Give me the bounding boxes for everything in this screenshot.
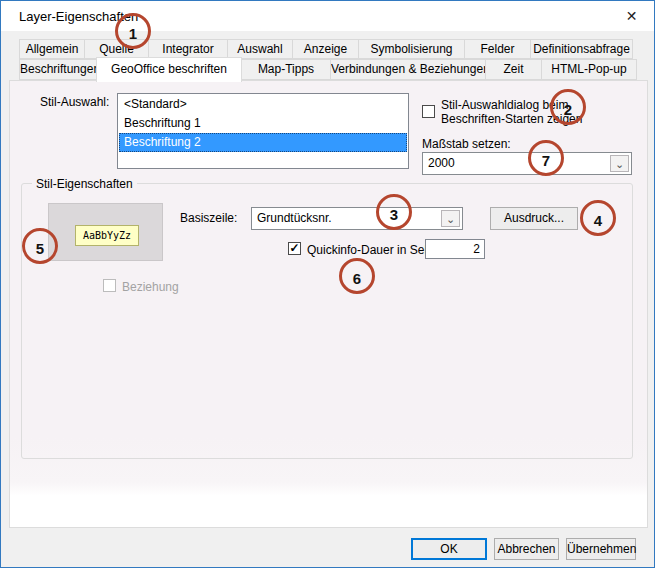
expression-button[interactable]: Ausdruck... (490, 207, 578, 230)
beziehung-checkbox-label: Beziehung (122, 280, 179, 294)
tab-html-pop-up[interactable]: HTML-Pop-up (541, 59, 637, 80)
style-dialog-checkbox[interactable] (422, 105, 435, 118)
style-select-listbox[interactable]: <Standard> Beschriftung 1 Beschriftung 2 (117, 93, 409, 169)
tab-definitionsabfrage[interactable]: Definitionsabfrage (530, 39, 633, 59)
annotation-circle-2: 2 (550, 89, 586, 125)
tab-zeit[interactable]: Zeit (485, 59, 542, 80)
scale-combobox[interactable]: 2000 ⌄ (422, 152, 632, 175)
annotation-circle-4: 4 (580, 200, 616, 236)
tab-allgemein[interactable]: Allgemein (19, 39, 85, 59)
style-properties-title: Stil-Eigenschaften (32, 177, 137, 191)
tab-anzeige[interactable]: Anzeige (292, 39, 359, 59)
style-properties-group: Stil-Eigenschaften AaBbYyZz Basiszeile: … (21, 183, 633, 459)
titlebar: Layer-Eigenschaften ✕ (1, 1, 654, 31)
tab-beschriftungen[interactable]: Beschriftungen (19, 59, 97, 80)
scale-value: 2000 (428, 156, 455, 170)
check-icon: ✓ (289, 241, 299, 255)
ok-button[interactable]: OK (411, 538, 487, 560)
chevron-down-icon: ⌄ (446, 214, 455, 224)
tab-geooffice-beschriften[interactable]: GeoOffice beschriften (96, 57, 242, 82)
close-button[interactable]: ✕ (609, 1, 654, 30)
tab-symbolisierung[interactable]: Symbolisierung (358, 39, 465, 59)
list-item-standard[interactable]: <Standard> (119, 95, 407, 114)
annotation-circle-6: 6 (339, 258, 375, 294)
quickinfo-duration-field[interactable]: 2 (425, 239, 485, 259)
basiszeile-label: Basiszeile: (180, 211, 237, 225)
tab-felder[interactable]: Felder (464, 39, 531, 59)
tab-row-2: Beschriftungen GeoOffice beschriften Map… (19, 59, 637, 82)
quickinfo-checkbox[interactable]: ✓ (288, 242, 301, 255)
tab-integrator[interactable]: Integrator (148, 39, 228, 59)
chevron-down-icon: ⌄ (615, 159, 624, 169)
tab-verbindungen-beziehungen[interactable]: Verbindungen & Beziehungen (330, 59, 486, 80)
cancel-button[interactable]: Abbrechen (494, 538, 559, 560)
apply-button[interactable]: Übernehmen (566, 538, 636, 560)
basiszeile-value: Grundtücksnr. (257, 211, 332, 225)
annotation-circle-7: 7 (528, 140, 564, 176)
basiszeile-dropdown-button[interactable]: ⌄ (441, 210, 460, 227)
label-preview-sample: AaBbYyZz (75, 225, 139, 246)
label-preview-box: AaBbYyZz (48, 203, 163, 261)
annotation-circle-5: 5 (22, 228, 58, 264)
list-item-beschriftung-2[interactable]: Beschriftung 2 (119, 133, 407, 152)
style-select-label: Stil-Auswahl: (40, 95, 109, 109)
scale-dropdown-button[interactable]: ⌄ (610, 155, 629, 172)
annotation-circle-1: 1 (115, 13, 151, 49)
close-icon: ✕ (626, 8, 638, 24)
tab-row-1: Allgemein Quelle Integrator Auswahl Anze… (19, 39, 633, 59)
beziehung-checkbox[interactable] (103, 279, 116, 292)
layer-properties-dialog: Layer-Eigenschaften ✕ Allgemein Quelle I… (0, 0, 655, 568)
annotation-circle-3: 3 (376, 194, 412, 230)
tab-map-tipps[interactable]: Map-Tipps (241, 59, 331, 80)
tab-auswahl[interactable]: Auswahl (227, 39, 293, 59)
basiszeile-combobox[interactable]: Grundtücksnr. ⌄ (251, 207, 463, 230)
scale-label: Maßstab setzen: (422, 137, 511, 151)
list-item-beschriftung-1[interactable]: Beschriftung 1 (119, 114, 407, 133)
